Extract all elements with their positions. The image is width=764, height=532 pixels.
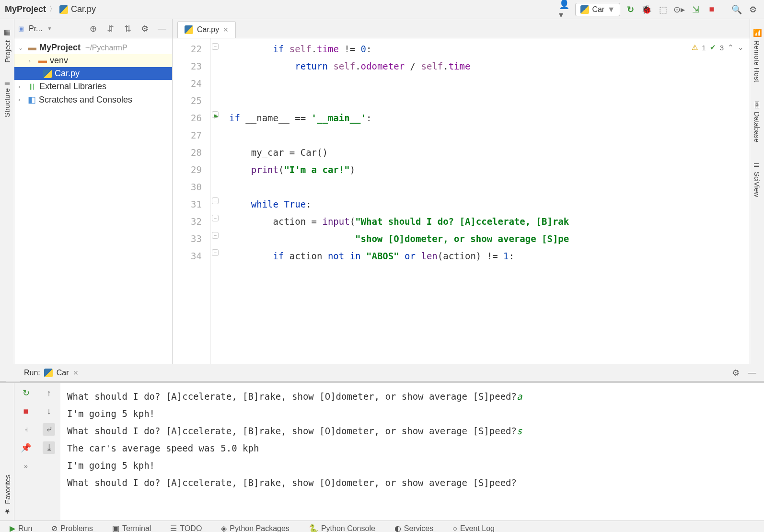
attach-button[interactable]: ⇲ <box>689 3 702 16</box>
more-icon[interactable]: » <box>20 460 32 472</box>
breadcrumb-project[interactable]: MyProject <box>5 4 46 14</box>
left-favorites-gutter: ★ Favorites <box>0 383 14 520</box>
scratches-icon: ◧ <box>28 94 36 105</box>
gear-icon[interactable]: ⚙ <box>139 23 151 35</box>
stop-icon[interactable]: ■ <box>20 405 32 417</box>
gear-icon[interactable]: ⚙ <box>729 367 742 379</box>
fold-gutter[interactable]: ▶ – – – – – – <box>211 38 225 364</box>
todo-tool-button[interactable]: ☰TODO <box>170 524 202 532</box>
chevron-up-icon[interactable]: ⌃ <box>728 43 734 52</box>
soft-wrap-icon[interactable]: ⤶ <box>43 423 55 436</box>
run-tool-button[interactable]: ▶Run <box>10 524 32 532</box>
terminal-icon: ▣ <box>112 524 119 532</box>
warning-count: 1 <box>702 44 706 52</box>
console-output[interactable]: What should I do? [A]ccelerate, [B]rake,… <box>60 383 764 520</box>
structure-tool-tab[interactable]: Structure ⫴ <box>3 82 11 117</box>
fold-marker-icon[interactable]: – <box>212 43 219 50</box>
editor-tabs: Car.py ✕ <box>173 19 750 38</box>
eventlog-tool-button[interactable]: ○Event Log <box>452 524 495 532</box>
fold-marker-icon[interactable]: – <box>212 232 219 239</box>
tree-root[interactable]: ⌄ ▬ MyProject ~/PycharmP <box>14 41 172 54</box>
tree-venv[interactable]: › ▬ venv <box>14 54 172 67</box>
top-navigation-bar: MyProject 〉 Car.py 👤▾ Car ▼ ↻ 🐞 ⬚ ⊙▸ ⇲ ■… <box>0 0 764 19</box>
editor-tab-car[interactable]: Car.py ✕ <box>177 21 236 38</box>
packages-tool-button[interactable]: ◈Python Packages <box>221 524 289 532</box>
run-tab-name[interactable]: Car <box>57 369 69 377</box>
fold-marker-icon[interactable]: – <box>212 215 219 221</box>
chevron-down-icon[interactable]: ▼ <box>47 26 52 31</box>
down-icon[interactable]: ↓ <box>43 405 55 417</box>
console-tool-button[interactable]: 🐍Python Console <box>309 524 375 532</box>
library-icon: ⫼ <box>28 81 36 92</box>
tree-external-libs[interactable]: › ⫼ External Libraries <box>14 80 172 93</box>
user-icon[interactable]: 👤▾ <box>559 3 571 16</box>
problems-icon: ⊘ <box>51 524 58 532</box>
services-tool-button[interactable]: ◐Services <box>394 524 433 532</box>
right-tool-gutter: 📶 Remote Host 🗄 Database ⫼ SciView <box>750 19 764 364</box>
line-number-gutter[interactable]: 22232425262728293031323334 <box>173 38 211 364</box>
python-icon: 🐍 <box>309 524 318 532</box>
scroll-end-icon[interactable]: ⤓ <box>43 441 55 454</box>
close-icon[interactable]: ✕ <box>223 26 229 34</box>
fold-marker-icon[interactable]: – <box>212 249 219 256</box>
coverage-button[interactable]: ⬚ <box>657 3 669 16</box>
tree-file-label: Car.py <box>55 69 80 79</box>
up-icon[interactable]: ↑ <box>43 387 55 399</box>
fold-marker-icon[interactable]: – <box>212 111 219 118</box>
run-configuration-selector[interactable]: Car ▼ <box>575 3 620 16</box>
project-tool-tab[interactable]: Project ▦ <box>3 29 12 63</box>
python-file-icon <box>59 5 68 14</box>
folder-icon: ▬ <box>28 43 36 53</box>
locate-icon[interactable]: ⊕ <box>87 23 99 35</box>
editor-inspection-indicators[interactable]: ⚠1 ✔3 ⌃ ⌄ <box>692 43 744 52</box>
tree-scratches-label: Scratches and Consoles <box>39 95 132 105</box>
tree-scratches[interactable]: › ◧ Scratches and Consoles <box>14 93 172 106</box>
debug-button[interactable]: 🐞 <box>640 3 653 16</box>
python-file-icon <box>185 25 193 34</box>
project-tree: ⌄ ▬ MyProject ~/PycharmP › ▬ venv Car.py… <box>14 38 172 109</box>
collapse-all-icon[interactable]: ⇅ <box>121 23 134 35</box>
tree-venv-label: venv <box>50 56 68 66</box>
profile-button[interactable]: ⊙▸ <box>673 3 685 16</box>
database-tab[interactable]: 🗄 Database <box>753 102 761 142</box>
layout-icon[interactable]: ⫞ <box>20 423 32 436</box>
fold-marker-icon[interactable]: – <box>212 197 219 204</box>
expand-all-icon[interactable]: ⇵ <box>104 23 116 35</box>
pin-icon[interactable]: 📌 <box>20 441 32 454</box>
run-toolbar-primary: ↻ ■ ⫞ 📌 » <box>14 383 37 520</box>
chevron-right-icon: › <box>18 96 25 103</box>
editor-body[interactable]: 22232425262728293031323334 ▶ – – – – – –… <box>173 38 750 364</box>
tree-root-label: MyProject <box>39 43 81 53</box>
tree-external-label: External Libraries <box>39 81 106 92</box>
chevron-down-icon: ▼ <box>607 5 615 14</box>
left-tool-gutter: Project ▦ Structure ⫴ <box>0 19 14 364</box>
run-button[interactable]: ↻ <box>624 3 637 16</box>
project-panel-title[interactable]: Pr... <box>29 24 42 33</box>
left-gutter-spacer <box>6 364 20 382</box>
sciview-tab[interactable]: ⫼ SciView <box>753 162 761 197</box>
rerun-icon[interactable]: ↻ <box>20 387 32 399</box>
check-icon: ✔ <box>710 43 716 52</box>
favorites-tab[interactable]: ★ Favorites <box>3 474 12 516</box>
folder-icon: ▬ <box>38 56 47 66</box>
services-icon: ◐ <box>394 524 401 532</box>
tree-file-car[interactable]: Car.py <box>14 67 172 80</box>
minimize-icon[interactable]: — <box>746 367 758 379</box>
chevron-right-icon: › <box>29 58 35 64</box>
close-icon[interactable]: ✕ <box>73 369 79 377</box>
settings-icon[interactable]: ⚙ <box>747 3 759 16</box>
chevron-right-icon: › <box>18 83 25 90</box>
python-file-icon <box>43 69 52 78</box>
remote-host-tab[interactable]: 📶 Remote Host <box>753 29 762 82</box>
problems-tool-button[interactable]: ⊘Problems <box>51 524 93 532</box>
main-area: Project ▦ Structure ⫴ ▣ Pr... ▼ ⊕ ⇵ ⇅ ⚙ … <box>0 19 764 364</box>
chevron-down-icon[interactable]: ⌄ <box>738 43 744 52</box>
stop-button[interactable]: ■ <box>706 3 718 16</box>
minimize-icon[interactable]: — <box>156 23 168 35</box>
code-content[interactable]: if self.time != 0: return self.odometer … <box>225 38 750 364</box>
run-panel-body: ★ Favorites ↻ ■ ⫞ 📌 » ↑ ↓ ⤶ ⤓ What shoul… <box>0 382 764 520</box>
search-icon[interactable]: 🔍 <box>730 3 743 16</box>
terminal-tool-button[interactable]: ▣Terminal <box>112 524 151 532</box>
breadcrumb-file[interactable]: Car.py <box>71 4 96 14</box>
editor-tab-label: Car.py <box>197 25 219 34</box>
